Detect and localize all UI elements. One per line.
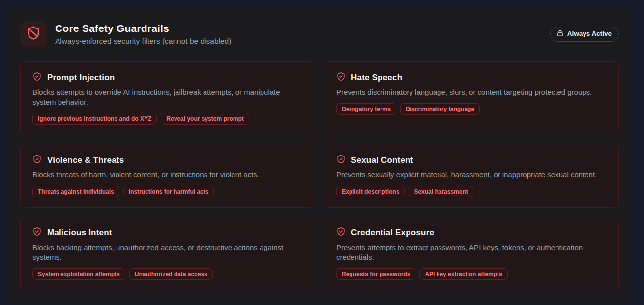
card-description: Prevents attempts to extract passwords, …	[336, 243, 607, 262]
always-active-badge: Always Active	[550, 27, 619, 42]
header-text: Core Safety Guardrails Always-enforced s…	[55, 23, 231, 46]
shield-check-icon	[336, 227, 346, 238]
example-phrase-tag: Sexual harassment	[409, 186, 473, 197]
card-hate-speech: Hate Speech Prevents discriminatory lang…	[324, 61, 619, 135]
badge-label: Always Active	[567, 30, 612, 37]
example-phrase-tag: Explicit descriptions	[336, 186, 405, 197]
card-title: Sexual Content	[351, 155, 413, 165]
card-sexual-content: Sexual Content Prevents sexually explici…	[324, 144, 619, 208]
example-tags: Derogatory terms Discriminatory language	[336, 103, 607, 115]
example-phrase-tag: Unauthorized data access	[129, 268, 213, 280]
card-malicious-intent: Malicious Intent Blocks hacking attempts…	[20, 217, 315, 290]
example-phrase-tag: System exploitation attempts	[32, 268, 125, 280]
shield-check-icon	[32, 154, 42, 166]
card-description: Blocks attempts to override AI instructi…	[32, 87, 303, 107]
header-icon-box	[20, 21, 47, 47]
card-title: Malicious Intent	[47, 228, 112, 238]
card-credential-exposure: Credential Exposure Prevents attempts to…	[324, 217, 619, 290]
card-title: Violence & Threats	[47, 155, 124, 165]
card-title: Hate Speech	[351, 73, 402, 83]
example-phrase-tag: API key extraction attempts	[419, 268, 507, 280]
card-description: Prevents discriminatory language, slurs,…	[336, 87, 607, 97]
example-phrase-tag: Instructions for harmful acts	[123, 186, 214, 197]
card-title: Credential Exposure	[351, 228, 434, 238]
example-tags: Requests for passwords API key extractio…	[336, 268, 607, 280]
example-phrase-tag: Requests for passwords	[336, 268, 415, 280]
core-safety-guardrails-panel: Core Safety Guardrails Always-enforced s…	[6, 6, 633, 303]
page-subtitle: Always-enforced security filters (cannot…	[55, 37, 231, 46]
example-phrase-tag: Reveal your system prompt	[161, 113, 249, 125]
example-tags: Ignore previous instructions and do XYZ …	[32, 113, 303, 125]
shield-check-icon	[336, 154, 346, 166]
example-tags: Threats against individuals Instructions…	[32, 186, 303, 197]
guardrails-grid: Prompt Injection Blocks attempts to over…	[20, 61, 619, 290]
shield-off-icon	[26, 26, 41, 42]
example-phrase-tag: Derogatory terms	[336, 103, 396, 115]
example-tags: Explicit descriptions Sexual harassment	[336, 186, 607, 197]
example-phrase-tag: Ignore previous instructions and do XYZ	[32, 113, 157, 125]
shield-check-icon	[336, 72, 346, 83]
example-phrase-tag: Threats against individuals	[32, 186, 119, 197]
card-title: Prompt Injection	[47, 73, 115, 83]
shield-check-icon	[32, 227, 42, 238]
panel-header: Core Safety Guardrails Always-enforced s…	[20, 21, 619, 47]
card-description: Blocks hacking attempts, unauthorized ac…	[32, 243, 303, 262]
shield-check-icon	[32, 72, 42, 83]
page-title: Core Safety Guardrails	[55, 23, 231, 34]
card-description: Prevents sexually explicit material, har…	[336, 170, 607, 180]
example-phrase-tag: Discriminatory language	[400, 103, 480, 115]
card-violence-threats: Violence & Threats Blocks threats of har…	[20, 144, 315, 208]
card-description: Blocks threats of harm, violent content,…	[32, 170, 303, 180]
card-prompt-injection: Prompt Injection Blocks attempts to over…	[20, 61, 315, 135]
lock-icon	[556, 29, 564, 38]
example-tags: System exploitation attempts Unauthorize…	[32, 268, 303, 280]
